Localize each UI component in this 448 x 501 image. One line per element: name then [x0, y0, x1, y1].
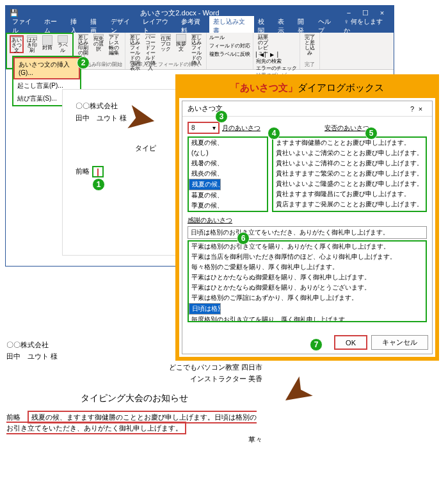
chevron-down-icon: ▾	[212, 124, 216, 131]
group-fields-label: 文章入力とフィールドの挿入	[128, 61, 204, 68]
thanks-selected-text: 日頃は格別のお引き立てをいただき、ありがたく御礼申し上げます。	[188, 226, 427, 239]
nav-buttons[interactable]: ▏◀ ▏ ▶▕	[256, 52, 297, 58]
list-item[interactable]: (なし)	[189, 148, 267, 158]
badge-2: 2	[77, 56, 90, 69]
list-item[interactable]: 毎々格別のご愛顧を賜り、厚く御礼申し上げます。	[189, 262, 426, 272]
result-instructor: インストラクター 美香	[6, 374, 262, 385]
edit-list-button[interactable]: アドレス帳の編集	[107, 34, 121, 52]
month-greeting-label: 月のあいさつ	[222, 124, 260, 133]
ok-button[interactable]: OK	[334, 335, 367, 350]
list-item[interactable]: 新涼の候、	[189, 211, 267, 212]
list-item[interactable]: 貴店ますますご発展のこととお慶び申し上げます。	[273, 199, 426, 209]
arrow-down-icon: ➤	[272, 366, 323, 420]
postcard-button[interactable]: はがき印刷	[25, 35, 39, 53]
dialog-close-button[interactable]: ×	[414, 105, 427, 113]
list-item[interactable]: 平素は格別のご厚誼にあずかり、厚く御礼申し上げます。	[189, 293, 426, 303]
result-body-line: 前略 残夏の候、ますます御健勝のこととお慶び申し上げます。日頃は格別のお引き立て…	[6, 412, 262, 434]
list-item[interactable]: 貴行ますますご清栄のこととお慶び申し上げます。	[273, 209, 426, 212]
label-button[interactable]: ラベル	[56, 35, 70, 53]
barcode-button[interactable]: バーコードフィールドの挿入	[143, 34, 157, 52]
address-block-button[interactable]: 住所ブロック	[159, 34, 173, 52]
result-school: どこでもパソコン教室 四日市	[6, 362, 262, 374]
preview-button[interactable]: 結果のプレビュー	[256, 34, 270, 52]
dialog-banner: 「あいさつ文」ダイアログボックス	[179, 78, 435, 98]
safety-listbox[interactable]: ますます御健勝のこととお慶び申し上げます。貴社いよいよご清栄のこととお慶び申し上…	[272, 136, 427, 212]
badge-6: 6	[237, 232, 250, 245]
start-merge-button[interactable]: 差し込み印刷の開始	[76, 34, 90, 52]
badge-3: 3	[215, 110, 228, 123]
badge-7: 7	[310, 338, 323, 351]
list-item[interactable]: 貴社いよいよご清栄のこととお慶び申し上げます。	[273, 148, 426, 158]
rules-button[interactable]: ルール	[209, 34, 225, 41]
select-recipients-button[interactable]: 宛先の選択	[92, 34, 106, 52]
greeting-dialog: あいさつ文 ? × 8▾ 月のあいさつ 安否のあいさつ 残夏の候、(なし)残暑の…	[182, 101, 433, 354]
list-item[interactable]: 貴社いよいよご清祥のこととお慶び申し上げます。	[273, 158, 426, 168]
list-item[interactable]: 平素はひとかたならぬ御愛顧を賜り、厚く御礼申し上げます。	[189, 272, 426, 283]
badge-1: 1	[92, 178, 105, 191]
month-select[interactable]: 8▾	[188, 122, 220, 134]
list-item[interactable]: 残暑の候、	[189, 158, 267, 168]
insert-greeting-item[interactable]: あいさつ文の挿入(G)...	[13, 57, 80, 79]
list-item[interactable]: 残夏の候、	[189, 138, 267, 148]
safety-greeting-label: 安否のあいさつ	[324, 124, 369, 133]
result-title: タイピング大会のお知らせ	[6, 391, 262, 405]
cursor-position	[92, 166, 104, 177]
highlight-fields-button[interactable]: 差し込みフィールドの強調表示	[128, 34, 142, 52]
list-item[interactable]: 季夏の候、	[189, 201, 267, 211]
cancel-button[interactable]: キャンセル	[371, 335, 428, 350]
list-item[interactable]: ますます御健勝のこととお慶び申し上げます。	[273, 138, 426, 148]
list-item[interactable]: 残炎の候、	[189, 168, 267, 179]
thanks-greeting-label: 感謝のあいさつ	[188, 217, 232, 224]
month-listbox[interactable]: 残夏の候、(なし)残暑の候、残炎の候、残夏の候、暮夏の候、季夏の候、新涼の候、秋…	[188, 136, 268, 212]
inserted-greeting-highlight: 残夏の候、ますます御健勝のこととお慶び申し上げます。日頃は格別のお引き立てをいた…	[6, 411, 257, 435]
list-item[interactable]: 貴社いよいよご隆盛のこととお慶び申し上げます。	[273, 179, 426, 189]
finish-button[interactable]: 完了と差し込み	[303, 34, 317, 52]
match-fields-button[interactable]: フィールドの対応	[209, 42, 250, 49]
list-item[interactable]: 毎度格別のお引き立てを賜り、厚く御礼申し上げます。	[189, 315, 426, 322]
find-recipient-button[interactable]: 宛先の検索	[256, 58, 297, 65]
thanks-listbox[interactable]: 平素は格別のお引き立てを賜り、ありがたく厚く御礼申し上げます。平素は当店を御利用…	[188, 240, 427, 322]
list-item[interactable]: 暮夏の候、	[189, 190, 267, 201]
list-item[interactable]: 貴社ますますご繁栄のこととお慶び申し上げます。	[273, 168, 426, 179]
envelope-button[interactable]: 封筒	[40, 35, 54, 53]
badge-5: 5	[365, 127, 378, 140]
insert-field-button[interactable]: 差し込みフィールドの挿入	[189, 34, 204, 52]
result-closing: 草々	[6, 434, 262, 446]
list-item[interactable]: 日頃は格別のお引き立てをいただき、ありがたく御礼申し上げます。	[189, 303, 221, 315]
list-item[interactable]: 残夏の候、	[189, 179, 221, 190]
check-errors-button[interactable]: エラーのチェック	[256, 65, 297, 72]
greeting-button[interactable]: あいさつ文	[10, 35, 24, 53]
list-item[interactable]: 平素はひとかたならぬ御愛顧を賜り、ありがとうございます。	[189, 283, 426, 293]
badge-4: 4	[268, 127, 280, 140]
list-item[interactable]: 貴社ますます御隆昌にてお慶び申し上げます。	[273, 189, 426, 199]
update-labels-button[interactable]: 複数ラベルに反映	[209, 51, 250, 58]
list-item[interactable]: 平素は格別のお引き立てを賜り、ありがたく厚く御礼申し上げます。	[189, 242, 426, 252]
list-item[interactable]: 平素は当店を御利用いただき御厚情のほど、心より御礼申し上げます。	[189, 252, 426, 262]
menu-bar: ファイル ホーム 挿入 描画 デザイン レイアウト 参考資料 差し込み文書 校閲…	[6, 20, 394, 33]
group-finish-label: 完了	[303, 61, 317, 68]
greeting-line-button[interactable]: 挨拶文	[174, 34, 188, 52]
